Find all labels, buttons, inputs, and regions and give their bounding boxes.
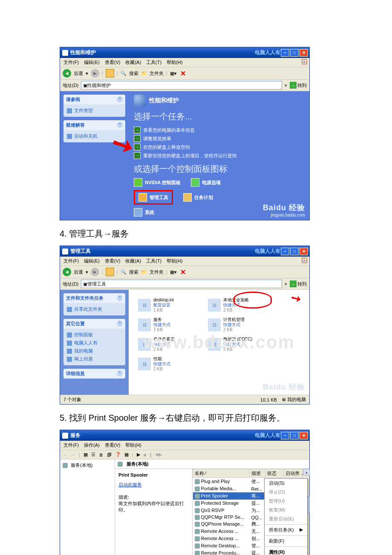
titlebar[interactable]: 服务 电脑人人有 – □ ✕ [60,430,309,441]
addr-dropdown-icon[interactable]: ▾ [285,281,287,287]
menu-view[interactable]: 查看(V) [105,258,121,264]
tb-btn[interactable]: 🗐 [107,452,112,457]
menu-file[interactable]: 文件(F) [63,59,79,66]
menu-action[interactable]: 操作(A) [84,442,100,448]
other-control-panel[interactable]: 控制面板 [67,331,122,339]
maximize-button[interactable]: □ [290,49,299,57]
maximize-button[interactable]: □ [290,432,299,439]
collapse-icon[interactable]: ˄ [117,96,123,102]
menu-view[interactable]: 查看(V) [105,442,121,448]
cp-schedule[interactable]: 任务计划 [183,190,213,205]
search-label[interactable]: 搜索 [129,70,138,77]
close-button[interactable]: ✕ [300,432,308,439]
titlebar[interactable]: 管理工具 电脑人人有 – □ ✕ [60,246,309,257]
minimize-button[interactable]: – [281,49,289,57]
forward-button[interactable]: ► [91,268,99,276]
views-button[interactable]: ▦▾ [170,71,177,76]
delete-button[interactable]: ✕ [179,69,187,77]
tb-btn[interactable]: ☰ [91,452,95,457]
go-button[interactable]: → 转到 [290,82,307,89]
ctx-refresh[interactable]: 刷新(F) [265,537,307,546]
cp-power[interactable]: 电源选项 [191,178,221,187]
system-icon [134,208,142,217]
share-folder-link[interactable]: 共享此文件夹 [67,305,122,313]
tb-btn[interactable]: 🗎 [99,452,104,457]
file-item[interactable]: ☷服务快捷方式2 KB [138,317,198,332]
menu-help[interactable]: 帮助(H) [125,442,141,448]
stop-icon[interactable]: ■ [144,452,147,457]
other-mycomputer[interactable]: 我的电脑 [67,347,122,355]
col-name[interactable]: 名称 ⁄ [193,469,250,478]
menu-file[interactable]: 文件(F) [63,442,79,448]
file-item[interactable]: ☷性能快捷方式2 KB [138,356,198,372]
up-folder-button[interactable] [106,69,114,78]
tb-btn[interactable]: ❓ [115,452,121,457]
nav-back-icon[interactable]: ← [63,452,67,457]
ctx-props[interactable]: 属性(R) [265,548,307,555]
close-button[interactable]: ✕ [300,248,308,255]
other-brand[interactable]: 电脑人人有 [67,339,122,347]
file-item[interactable]: ☷数据源 (ODBC)快捷方式2 KB [208,337,268,352]
ctx-alltasks[interactable]: 所有任务(K)▶ [265,526,307,535]
titlebar[interactable]: 性能和维护 电脑人人有 – □ ✕ [60,47,309,58]
shortcut-icon: ☷ [208,299,221,312]
file-item[interactable]: ☷desktop.ini配置设置1 KB [138,298,198,313]
forward-button[interactable]: ► [91,69,99,78]
maximize-button[interactable]: □ [290,248,299,255]
close-button[interactable]: ✕ [300,49,308,57]
menu-view[interactable]: 查看(V) [105,59,121,66]
file-item[interactable]: ☷事件查看器快捷方式2 KB [138,337,198,352]
folders-label[interactable]: 文件夹 [150,269,164,275]
search-label[interactable]: 搜索 [129,269,138,275]
cp-nvidia[interactable]: NVIDIA 控制面板 [134,178,181,187]
admin-tools-highlight[interactable]: 管理工具 [134,190,173,205]
task-link[interactable]: →查看您的电脑的基本信息 [134,126,304,134]
back-button[interactable]: ◄ [63,268,71,276]
menu-edit[interactable]: 编辑(E) [84,59,100,66]
minimize-button[interactable]: – [281,248,289,255]
views-button[interactable]: ▦▾ [170,269,177,275]
ctx-start[interactable]: 启动(S) [265,479,307,488]
menu-edit[interactable]: 编辑(E) [84,258,100,264]
folders-label[interactable]: 文件夹 [150,70,164,77]
tb-btn[interactable]: ▦ [124,452,129,457]
addr-icon: ▣ [83,281,87,287]
collapse-icon[interactable]: ˄ [117,122,123,128]
admin-tools-window: 管理工具 电脑人人有 – □ ✕ 文件(F) 编辑(E) 查看(V) 收藏(A)… [60,246,310,405]
menu-tools[interactable]: 工具(T) [146,258,161,264]
other-network[interactable]: 网上邻居 [67,355,122,363]
delete-button[interactable]: ✕ [179,268,187,276]
menu-file[interactable]: 文件(F) [63,258,79,264]
collapse-icon[interactable]: ˄ [117,295,123,301]
address-input[interactable]: ▣ 管理工具 [81,280,282,288]
go-button[interactable]: → 转到 [290,280,307,287]
menu-fav[interactable]: 收藏(A) [125,258,141,264]
menu-tools[interactable]: 工具(T) [146,59,161,66]
col-desc[interactable]: 描述 [250,469,265,478]
pause-icon[interactable]: ‖ [150,452,152,457]
expand-icon[interactable]: ˅ [117,370,123,376]
col-status[interactable]: 状态 [265,469,284,478]
cp-system[interactable]: 系统 [134,208,154,217]
address-input[interactable]: ▣ 性能和维护 [81,81,282,90]
task-link[interactable]: →重新安排您的硬盘上的项目，使程序运行更快 [134,151,304,160]
menu-fav[interactable]: 收藏(A) [125,59,141,66]
start-service-link[interactable]: 启动此服务 [118,482,189,488]
restart-icon[interactable]: ■▶ [156,452,162,457]
menu-help[interactable]: 帮助(H) [167,258,182,264]
nav-fwd-icon[interactable]: → [71,452,75,457]
tb-btn[interactable]: ▦ [84,452,88,457]
up-folder-button[interactable] [106,268,114,276]
addr-dropdown-icon[interactable]: ▾ [285,83,287,88]
task-link[interactable]: →调整视觉效果 [134,134,304,143]
file-item[interactable]: ☷计算机管理快捷方式2 KB [208,317,268,332]
menu-help[interactable]: 帮助(H) [167,59,182,66]
tree-root[interactable]: 服务(本地) [62,461,113,469]
see-also-item[interactable]: 文件类型 [67,107,122,115]
scroll-up-icon[interactable]: ▲ [303,469,310,476]
minimize-button[interactable]: – [281,432,289,439]
task-link[interactable]: →在您的硬盘上释放空间 [134,143,304,151]
back-button[interactable]: ◄ [63,69,71,78]
collapse-icon[interactable]: ˄ [117,321,123,327]
start-icon[interactable]: ▶ [137,452,140,457]
